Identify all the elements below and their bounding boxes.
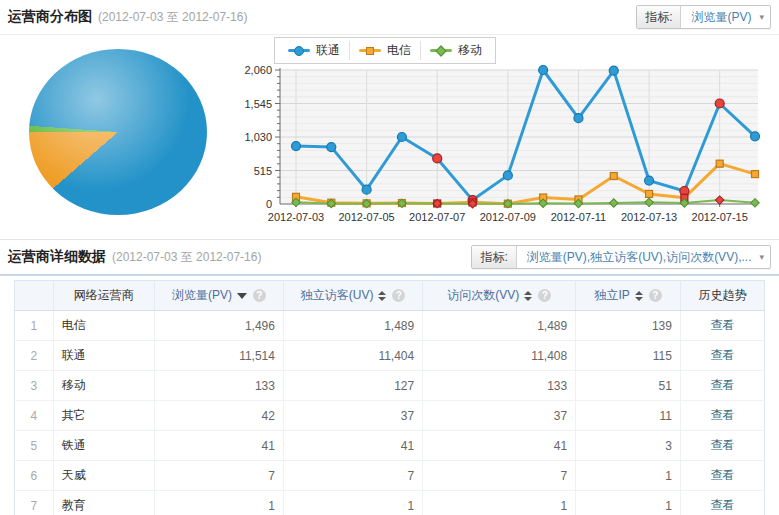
column-header-uv[interactable]: 独立访客(UV)? [283,281,422,311]
pv-value: 11,514 [154,341,283,371]
table-section-title: 运营商详细数据 [8,248,106,266]
row-number: 6 [15,461,54,491]
chevron-down-icon[interactable]: ▾ [759,12,770,22]
legend-item-2[interactable]: 移动 [421,41,491,60]
legend-item-1[interactable]: 电信 [350,41,421,60]
svg-text:0: 0 [266,198,272,210]
pie-chart [29,49,207,215]
svg-text:2,060: 2,060 [244,64,272,76]
ip-value: 11 [576,401,681,431]
ip-value: 1 [576,461,681,491]
view-history-link[interactable]: 查看 [710,408,734,422]
svg-text:2012-07-15: 2012-07-15 [692,211,748,223]
svg-text:2012-07-11: 2012-07-11 [551,211,606,223]
ip-value: 115 [576,341,681,371]
table-row: 3移动13312713351查看 [15,371,765,401]
pv-value: 133 [154,371,283,401]
view-history-link[interactable]: 查看 [710,318,734,332]
pie-chart-wrap [4,35,232,237]
legend-item-0[interactable]: 联通 [279,41,350,60]
row-number: 5 [15,431,54,461]
sort-icon[interactable] [378,291,386,301]
column-header-ip[interactable]: 独立IP? [576,281,681,311]
help-icon[interactable]: ? [253,289,266,302]
sort-desc-icon[interactable] [237,293,247,299]
vv-value: 7 [423,461,576,491]
svg-text:2012-07-07: 2012-07-07 [409,211,465,223]
metric-selector-value[interactable]: 浏览量(PV) [681,6,759,28]
ip-value: 3 [576,431,681,461]
pv-value: 42 [154,401,283,431]
svg-text:2012-07-13: 2012-07-13 [621,211,677,223]
sort-icon[interactable] [635,291,643,301]
line-chart: 05151,0301,5452,0602012-07-032012-07-052… [232,64,775,237]
chart-zone: 联通电信移动 05151,0301,5452,0602012-07-032012… [0,35,779,239]
uv-value: 37 [283,401,422,431]
column-header-vv[interactable]: 访问次数(VV)? [423,281,576,311]
table-row: 5铁通4141413查看 [15,431,765,461]
table-row: 7教育1111查看 [15,491,765,515]
legend-marker [359,49,381,52]
row-number: 1 [15,311,54,341]
vv-value: 37 [423,401,576,431]
history-cell: 查看 [680,371,764,401]
table-row: 2联通11,51411,40411,408115查看 [15,341,765,371]
table-metric-selector[interactable]: 指标: 浏览量(PV),独立访客(UV),访问次数(VV),... ▾ [471,245,771,269]
row-number: 3 [15,371,54,401]
help-icon[interactable]: ? [392,289,405,302]
carrier-name: 铁通 [53,431,154,461]
line-chart-column: 联通电信移动 05151,0301,5452,0602012-07-032012… [232,35,775,237]
vv-value: 1 [423,491,576,515]
table-metric-selector-value[interactable]: 浏览量(PV),独立访客(UV),访问次数(VV),... [517,246,760,268]
help-icon[interactable]: ? [649,289,662,302]
history-cell: 查看 [680,341,764,371]
carrier-name: 联通 [53,341,154,371]
carrier-data-table: 网络运营商 浏览量(PV)? 独立访客(UV)? 访问次数(VV)? 独立IP?… [14,280,765,515]
pv-value: 1 [154,491,283,515]
history-cell: 查看 [680,491,764,515]
view-history-link[interactable]: 查看 [710,438,734,452]
legend-label: 电信 [387,42,411,59]
svg-text:2012-07-03: 2012-07-03 [268,211,324,223]
view-history-link[interactable]: 查看 [710,498,734,512]
row-number-header [15,281,54,311]
sort-icon[interactable] [524,291,532,301]
legend-label: 联通 [316,42,340,59]
table-row: 4其它42373711查看 [15,401,765,431]
view-history-link[interactable]: 查看 [710,348,734,362]
table-section-header: 运营商详细数据 (2012-07-03 至 2012-07-16) 指标: 浏览… [0,239,779,276]
carrier-name: 移动 [53,371,154,401]
legend-label: 移动 [458,42,482,59]
vv-value: 133 [423,371,576,401]
view-history-link[interactable]: 查看 [710,468,734,482]
chart-legend: 联通电信移动 [274,37,496,64]
vv-value: 11,408 [423,341,576,371]
svg-text:1,545: 1,545 [244,98,272,110]
legend-marker [288,49,310,52]
table-metric-selector-label: 指标: [472,246,516,268]
ip-value: 1 [576,491,681,515]
pv-value: 1,496 [154,311,283,341]
pv-value: 7 [154,461,283,491]
chevron-down-icon[interactable]: ▾ [759,252,770,262]
column-header-history: 历史趋势 [680,281,764,311]
legend-marker [430,49,452,52]
table-row: 6天威7771查看 [15,461,765,491]
table-row: 1电信1,4961,4891,489139查看 [15,311,765,341]
history-cell: 查看 [680,401,764,431]
uv-value: 1,489 [283,311,422,341]
view-history-link[interactable]: 查看 [710,378,734,392]
column-header-carrier: 网络运营商 [53,281,154,311]
carrier-name: 教育 [53,491,154,515]
metric-selector-label: 指标: [637,6,681,28]
svg-text:515: 515 [254,165,272,177]
uv-value: 1 [283,491,422,515]
chart-section-date-range: (2012-07-03 至 2012-07-16) [98,9,247,26]
svg-text:1,030: 1,030 [244,131,272,143]
table-header-row: 网络运营商 浏览量(PV)? 独立访客(UV)? 访问次数(VV)? 独立IP?… [15,281,765,311]
metric-selector[interactable]: 指标: 浏览量(PV) ▾ [636,5,771,29]
help-icon[interactable]: ? [538,289,551,302]
column-header-pv[interactable]: 浏览量(PV)? [154,281,283,311]
carrier-name: 电信 [53,311,154,341]
row-number: 2 [15,341,54,371]
